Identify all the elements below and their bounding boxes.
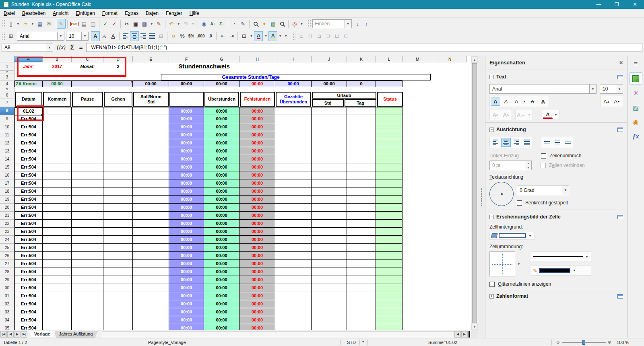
cell-H29[interactable]: 00:00	[239, 276, 275, 284]
highlighting-dropdown[interactable]: ▼	[277, 31, 283, 41]
cell-L33[interactable]	[376, 308, 402, 316]
cell-L23[interactable]	[376, 228, 402, 236]
row-header[interactable]: 19	[0, 196, 14, 204]
row-header[interactable]: 31	[0, 292, 14, 300]
cell-L25[interactable]	[376, 244, 402, 252]
cell-C10[interactable]	[72, 123, 103, 131]
cell-H12[interactable]: 00:00	[239, 139, 275, 147]
align-right-button[interactable]	[512, 138, 521, 147]
align-left-button[interactable]	[491, 138, 500, 147]
cell-C26[interactable]	[72, 252, 103, 260]
cell-D31[interactable]	[103, 292, 133, 300]
italic-button[interactable]: A	[100, 31, 109, 41]
cell-I21[interactable]	[275, 212, 312, 220]
row-header[interactable]: 32	[0, 300, 14, 308]
cell-G32[interactable]: 00:00	[204, 300, 239, 308]
cell-E34[interactable]	[133, 316, 169, 324]
cell-M31[interactable]	[402, 292, 433, 300]
cell-I28[interactable]	[275, 268, 312, 276]
cell-K21[interactable]	[347, 212, 376, 220]
print-button[interactable]: ▤	[80, 19, 89, 29]
panel-float-icon[interactable]	[617, 128, 623, 132]
functions-tab-icon[interactable]: ƒx	[630, 130, 642, 142]
cell-G30[interactable]: 00:00	[204, 284, 239, 292]
cell-H31[interactable]: 00:00	[239, 292, 275, 300]
header-urlaub-std[interactable]: Std	[312, 99, 344, 107]
cell-G25[interactable]: 00:00	[204, 244, 239, 252]
einzug-spinner[interactable]: 0 pt ▲▼	[489, 161, 532, 170]
summary-header-box[interactable]: Gesammte Stunden/Tage	[161, 74, 431, 80]
first-sheet-button[interactable]: |◀	[0, 331, 7, 338]
paste-button[interactable]: ▥	[140, 19, 149, 29]
cell-C31[interactable]	[72, 292, 103, 300]
cell-L4[interactable]	[376, 80, 402, 87]
cell-G22[interactable]: 00:00	[204, 220, 239, 228]
cell-L24[interactable]	[376, 236, 402, 244]
italic-button[interactable]: A	[501, 97, 511, 106]
cell-K35[interactable]	[347, 324, 376, 330]
cell-L9[interactable]	[376, 115, 402, 123]
cell-D15[interactable]	[103, 163, 133, 171]
cell-N12[interactable]	[433, 139, 467, 147]
cell-J4[interactable]: 00:00	[312, 80, 347, 87]
next-sheet-button[interactable]: ▶	[14, 331, 21, 338]
cell-E8[interactable]	[133, 107, 169, 115]
row-header[interactable]: 11	[0, 131, 14, 139]
toolbar-overflow[interactable]: ▼	[299, 19, 305, 29]
cell-B26[interactable]	[43, 252, 72, 260]
cell-N35[interactable]	[433, 324, 467, 330]
cell-D18[interactable]	[103, 187, 133, 196]
line-color-select[interactable]: ✎ ▼	[531, 265, 591, 276]
cell-D25[interactable]	[103, 244, 133, 252]
format-paintbrush-button[interactable]: ✎	[155, 19, 163, 29]
border-picker[interactable]	[489, 251, 515, 276]
cell-B14[interactable]	[43, 155, 72, 163]
cell-I19[interactable]	[275, 196, 312, 204]
cell-K28[interactable]	[347, 268, 376, 276]
menu-einfügen[interactable]: Einfügen	[72, 10, 98, 17]
cell-J25[interactable]	[312, 244, 347, 252]
chevron-down-icon[interactable]: ▼	[584, 255, 589, 259]
cell-J22[interactable]	[312, 220, 347, 228]
cell-H10[interactable]: 00:00	[239, 123, 275, 131]
cell-L8[interactable]	[376, 107, 402, 115]
cell-A30[interactable]: Err:504	[14, 284, 43, 292]
cell-G10[interactable]: 00:00	[204, 123, 239, 131]
cell-B31[interactable]	[43, 292, 72, 300]
cell-N8[interactable]	[433, 107, 467, 115]
cell-G8[interactable]: 00:00	[204, 107, 239, 115]
cell-N17[interactable]	[433, 179, 467, 187]
function-wizard-button[interactable]: ƒ(x)	[55, 44, 67, 51]
cell-C17[interactable]	[72, 179, 103, 187]
cell-N13[interactable]	[433, 147, 467, 155]
sheet-tab-vorlage[interactable]: Vorlage	[29, 331, 56, 338]
cell-G19[interactable]: 00:00	[204, 196, 239, 204]
cell-E30[interactable]	[133, 284, 169, 292]
menu-hilfe[interactable]: Hilfe	[186, 10, 203, 17]
cell-K20[interactable]	[347, 204, 376, 212]
cell-A23[interactable]: Err:504	[14, 228, 43, 236]
cell-E15[interactable]	[133, 163, 169, 171]
cell-B15[interactable]	[43, 163, 72, 171]
font-color-dropdown[interactable]: ▼	[263, 31, 268, 41]
zoom-out-icon[interactable]: ⊖	[556, 338, 559, 346]
cell-H28[interactable]: 00:00	[239, 268, 275, 276]
cell-F12[interactable]: 00:00	[169, 139, 204, 147]
cell-F18[interactable]: 00:00	[169, 187, 204, 196]
cell-B9[interactable]	[43, 115, 72, 123]
cell-F8[interactable]: 00:00	[169, 107, 204, 115]
chevron-down-icon[interactable]: ▼	[57, 32, 64, 40]
cell-A31[interactable]: Err:504	[14, 292, 43, 300]
header-ueberstunden[interactable]: Überstunden	[204, 92, 239, 107]
chevron-down-icon[interactable]: ▼	[562, 185, 569, 195]
cell-E25[interactable]	[133, 244, 169, 252]
insert-cells-button[interactable]: ⊞	[6, 31, 15, 41]
cell-G35[interactable]: 00:00	[204, 324, 239, 330]
cell-A33[interactable]: Err:504	[14, 308, 43, 316]
cell-H23[interactable]: 00:00	[239, 228, 275, 236]
chevron-down-icon[interactable]: ▼	[46, 43, 53, 51]
cell-A13[interactable]: Err:504	[14, 147, 43, 155]
underline-dropdown[interactable]: ▼	[522, 100, 527, 103]
cell-E13[interactable]	[133, 147, 169, 155]
cell-E32[interactable]	[133, 300, 169, 308]
